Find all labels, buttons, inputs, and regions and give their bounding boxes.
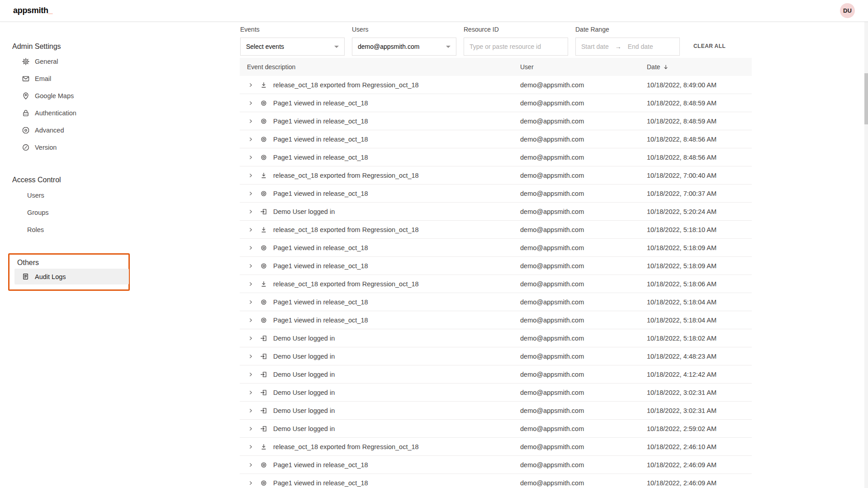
sidebar-item-users[interactable]: Users <box>14 187 130 204</box>
table-row[interactable]: Demo User logged indemo@appsmith.com10/1… <box>240 347 752 365</box>
row-expand-chevron-icon[interactable] <box>249 445 253 449</box>
event-date: 10/18/2022, 4:12:42 AM <box>647 371 752 378</box>
row-expand-chevron-icon[interactable] <box>249 83 253 87</box>
row-expand-chevron-icon[interactable] <box>249 209 253 214</box>
table-row[interactable]: Page1 viewed in release_oct_18demo@appsm… <box>240 185 752 203</box>
table-row[interactable]: Page1 viewed in release_oct_18demo@appsm… <box>240 130 752 148</box>
table-row[interactable]: Page1 viewed in release_oct_18demo@appsm… <box>240 311 752 329</box>
table-row[interactable]: Demo User logged indemo@appsmith.com10/1… <box>240 384 752 402</box>
sidebar-item-email[interactable]: Email <box>14 70 130 87</box>
user-avatar[interactable]: DU <box>840 3 855 18</box>
event-user: demo@appsmith.com <box>520 425 647 432</box>
event-date: 10/18/2022, 5:18:09 AM <box>647 262 752 270</box>
event-date: 10/18/2022, 2:46:09 AM <box>647 461 752 469</box>
row-expand-chevron-icon[interactable] <box>249 137 253 142</box>
event-description: release_oct_18 exported from Regression_… <box>273 172 419 179</box>
login-icon <box>260 208 268 215</box>
row-expand-chevron-icon[interactable] <box>249 481 253 485</box>
sidebar-item-version[interactable]: Version <box>14 139 130 156</box>
table-row[interactable]: Demo User logged indemo@appsmith.com10/1… <box>240 203 752 221</box>
logo-underscore: _ <box>48 6 53 15</box>
event-user: demo@appsmith.com <box>520 136 647 143</box>
table-row[interactable]: release_oct_18 exported from Regression_… <box>240 166 752 185</box>
row-expand-chevron-icon[interactable] <box>249 227 253 232</box>
table-row[interactable]: release_oct_18 exported from Regression_… <box>240 275 752 293</box>
row-expand-chevron-icon[interactable] <box>249 191 253 196</box>
sidebar-item-audit-logs[interactable]: Audit Logs <box>14 269 129 284</box>
event-description: Demo User logged in <box>273 208 335 215</box>
event-description: Page1 viewed in release_oct_18 <box>273 317 368 324</box>
sidebar-item-roles[interactable]: Roles <box>14 221 130 238</box>
table-row[interactable]: Demo User logged indemo@appsmith.com10/1… <box>240 365 752 384</box>
row-expand-chevron-icon[interactable] <box>249 246 253 250</box>
eye-icon <box>260 461 268 469</box>
row-expand-chevron-icon[interactable] <box>249 282 253 286</box>
users-filter-label: Users <box>352 26 456 33</box>
table-row[interactable]: release_oct_18 exported from Regression_… <box>240 76 752 94</box>
top-bar: appsmith_ DU <box>0 0 868 22</box>
row-expand-chevron-icon[interactable] <box>249 390 253 395</box>
table-row[interactable]: Page1 viewed in release_oct_18demo@appsm… <box>240 474 752 488</box>
row-expand-chevron-icon[interactable] <box>249 336 253 341</box>
event-user: demo@appsmith.com <box>520 262 647 270</box>
event-date: 10/18/2022, 5:18:04 AM <box>647 298 752 306</box>
table-row[interactable]: Page1 viewed in release_oct_18demo@appsm… <box>240 148 752 166</box>
row-expand-chevron-icon[interactable] <box>249 155 253 160</box>
event-user: demo@appsmith.com <box>520 389 647 396</box>
appsmith-logo[interactable]: appsmith_ <box>13 6 52 15</box>
resource-id-input[interactable] <box>470 43 562 50</box>
row-expand-chevron-icon[interactable] <box>249 318 253 322</box>
vertical-scrollbar-thumb[interactable] <box>864 73 868 124</box>
sidebar-item-label: Groups <box>27 209 49 216</box>
row-expand-chevron-icon[interactable] <box>249 300 253 304</box>
sidebar-item-general[interactable]: General <box>14 53 130 70</box>
users-select[interactable]: demo@appsmith.com <box>352 38 456 56</box>
table-row[interactable]: Page1 viewed in release_oct_18demo@appsm… <box>240 257 752 275</box>
row-expand-chevron-icon[interactable] <box>249 463 253 467</box>
table-row[interactable]: release_oct_18 exported from Regression_… <box>240 221 752 239</box>
eye-icon <box>260 298 268 306</box>
sidebar-item-authentication[interactable]: Authentication <box>14 104 130 122</box>
row-expand-chevron-icon[interactable] <box>249 119 253 123</box>
event-description: Page1 viewed in release_oct_18 <box>273 479 368 487</box>
event-description: Demo User logged in <box>273 425 335 432</box>
row-expand-chevron-icon[interactable] <box>249 173 253 178</box>
event-user: demo@appsmith.com <box>520 280 647 288</box>
audit-log-icon <box>22 273 30 281</box>
table-row[interactable]: Demo User logged indemo@appsmith.com10/1… <box>240 402 752 420</box>
login-icon <box>260 352 268 360</box>
sidebar-item-label: Audit Logs <box>35 273 66 280</box>
date-range-picker[interactable]: Start date → End date <box>575 38 680 56</box>
event-user: demo@appsmith.com <box>520 208 647 215</box>
row-expand-chevron-icon[interactable] <box>249 354 253 359</box>
table-row[interactable]: Page1 viewed in release_oct_18demo@appsm… <box>240 94 752 112</box>
sidebar-item-label: Advanced <box>35 127 64 134</box>
sidebar-item-label: Google Maps <box>35 92 74 99</box>
events-select-value: Select events <box>246 43 284 50</box>
sidebar-item-advanced[interactable]: Advanced <box>14 122 130 139</box>
event-user: demo@appsmith.com <box>520 154 647 161</box>
table-row[interactable]: Page1 viewed in release_oct_18demo@appsm… <box>240 112 752 130</box>
sidebar-item-groups[interactable]: Groups <box>14 204 130 221</box>
row-expand-chevron-icon[interactable] <box>249 372 253 377</box>
table-row[interactable]: Page1 viewed in release_oct_18demo@appsm… <box>240 293 752 311</box>
sidebar-item-google-maps[interactable]: Google Maps <box>14 87 130 104</box>
table-row[interactable]: Demo User logged indemo@appsmith.com10/1… <box>240 420 752 438</box>
table-row[interactable]: release_oct_18 exported from Regression_… <box>240 438 752 456</box>
event-date: 10/18/2022, 3:02:31 AM <box>647 389 752 396</box>
table-row[interactable]: Page1 viewed in release_oct_18demo@appsm… <box>240 456 752 474</box>
table-row[interactable]: Page1 viewed in release_oct_18demo@appsm… <box>240 239 752 257</box>
eye-icon <box>260 190 268 197</box>
table-row[interactable]: Demo User logged indemo@appsmith.com10/1… <box>240 329 752 347</box>
row-expand-chevron-icon[interactable] <box>249 426 253 431</box>
clear-all-button[interactable]: CLEAR ALL <box>693 43 726 49</box>
row-expand-chevron-icon[interactable] <box>249 264 253 268</box>
event-user: demo@appsmith.com <box>520 298 647 306</box>
row-expand-chevron-icon[interactable] <box>249 408 253 413</box>
event-user: demo@appsmith.com <box>520 335 647 342</box>
column-header-date[interactable]: Date <box>647 63 669 71</box>
eye-icon <box>260 316 268 324</box>
vertical-scrollbar-track[interactable] <box>864 22 868 488</box>
row-expand-chevron-icon[interactable] <box>249 101 253 105</box>
events-select[interactable]: Select events <box>240 38 345 56</box>
